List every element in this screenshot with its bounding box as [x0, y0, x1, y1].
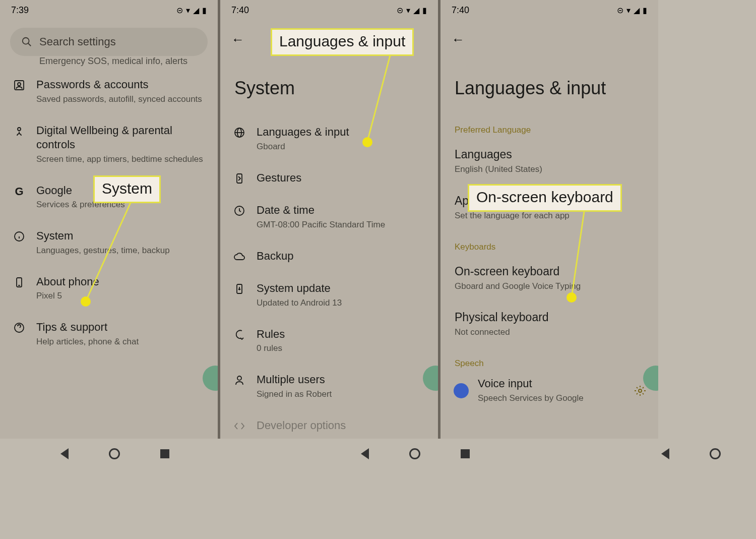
search-settings[interactable]: Search settings	[10, 28, 208, 56]
nav-back-icon[interactable]	[361, 448, 369, 459]
wifi-icon: ▾	[626, 6, 631, 15]
row-tips-support[interactable]: Tips & support Help articles, phone & ch…	[0, 311, 218, 357]
code-icon	[233, 420, 245, 432]
wifi-icon: ▾	[406, 6, 410, 15]
row-title: Multiple users	[257, 373, 426, 387]
signal-icon: ◢	[413, 6, 419, 15]
fab-button[interactable]	[203, 366, 218, 391]
cloud-icon	[233, 251, 245, 263]
dnd-icon: ⊝	[397, 6, 403, 15]
row-title: Gestures	[257, 171, 426, 186]
callout-marker	[81, 296, 91, 307]
row-subtitle: Updated to Android 13	[257, 297, 426, 309]
row-onscreen-keyboard[interactable]: On-screen keyboard Gboard and Google Voi…	[440, 255, 658, 302]
row-subtitle: 0 rules	[257, 343, 426, 354]
row-google[interactable]: G Google Services & preferences	[0, 174, 218, 220]
wellbeing-icon	[13, 125, 25, 137]
phone-icon	[13, 276, 25, 288]
nav-home-icon[interactable]	[409, 448, 420, 459]
section-keyboards: Keyboards	[440, 231, 658, 255]
nav-back-icon[interactable]	[60, 448, 69, 459]
dnd-icon: ⊝	[176, 6, 183, 15]
globe-icon	[233, 127, 245, 139]
row-title: Digital Wellbeing & parental controls	[36, 124, 206, 152]
row-title: Backup	[257, 249, 426, 264]
row-title: System update	[257, 281, 426, 296]
row-subtitle: English (United States)	[455, 164, 644, 175]
row-passwords-accounts[interactable]: Passwords & accounts Saved passwords, au…	[0, 69, 218, 114]
status-icons: ⊝ ▾ ◢ ▮	[397, 6, 427, 15]
row-app-languages[interactable]: App Languages Set the language for each …	[440, 185, 658, 231]
row-title: Google	[36, 184, 206, 198]
row-voice-input[interactable]: Voice input Speech Services by Google	[440, 372, 658, 404]
rules-icon	[233, 329, 245, 341]
nav-recent-icon[interactable]	[160, 449, 169, 458]
account-box-icon	[13, 79, 25, 91]
row-subtitle: Pixel 5	[36, 290, 206, 302]
person-icon	[233, 374, 245, 386]
battery-icon: ▮	[202, 6, 207, 15]
row-backup[interactable]: Backup	[220, 240, 438, 273]
row-digital-wellbeing[interactable]: Digital Wellbeing & parental controls Sc…	[0, 114, 218, 174]
back-button[interactable]: ←	[452, 32, 465, 47]
info-icon	[13, 230, 25, 243]
status-bar: 7:39 ⊝ ▾ ◢ ▮	[0, 0, 218, 19]
row-date-time[interactable]: Date & time GMT-08:00 Pacific Standard T…	[220, 194, 438, 240]
row-system-update[interactable]: System update Updated to Android 13	[220, 272, 438, 318]
panel-languages-input: 7:40 ⊝ ▾ ◢ ▮ ← Languages & input Preferr…	[440, 0, 658, 439]
row-rules[interactable]: Rules 0 rules	[220, 318, 438, 364]
battery-icon: ▮	[643, 6, 647, 15]
row-subtitle: Services & preferences	[36, 199, 206, 211]
row-title: System	[36, 229, 206, 244]
status-bar: 7:40 ⊝ ▾ ◢ ▮	[220, 0, 438, 19]
row-title: Rules	[257, 327, 426, 342]
svg-point-19	[237, 376, 241, 380]
row-subtitle: Languages, gestures, time, backup	[36, 245, 206, 257]
row-title: About phone	[36, 275, 206, 289]
back-button[interactable]: ←	[231, 32, 244, 47]
svg-point-21	[639, 389, 642, 392]
nav-home-icon[interactable]	[710, 448, 721, 459]
row-title: Languages & input	[257, 125, 426, 140]
row-title: Tips & support	[36, 320, 206, 335]
row-developer-options[interactable]: Developer options	[220, 409, 438, 439]
status-bar: 7:40 ⊝ ▾ ◢ ▮	[440, 0, 658, 19]
clock: 7:40	[231, 5, 249, 16]
clock: 7:40	[452, 5, 469, 16]
row-languages-input[interactable]: Languages & input Gboard	[220, 116, 438, 162]
gear-icon[interactable]	[634, 385, 646, 397]
row-multiple-users[interactable]: Multiple users Signed in as Robert	[220, 364, 438, 409]
row-physical-keyboard[interactable]: Physical keyboard Not connected	[440, 301, 658, 347]
callout-marker	[362, 137, 372, 147]
row-subtitle: Set the language for each app	[455, 210, 644, 222]
row-subtitle: Saved passwords, autofill, synced accoun…	[36, 94, 206, 105]
svg-point-3	[18, 83, 21, 86]
svg-line-1	[28, 43, 31, 46]
row-title: On-screen keyboard	[455, 264, 644, 279]
gestures-icon	[233, 172, 245, 185]
prev-item-subtitle: Emergency SOS, medical info, alerts	[0, 56, 218, 67]
help-icon	[13, 322, 25, 334]
svg-rect-16	[237, 174, 242, 183]
panel-settings: 7:39 ⊝ ▾ ◢ ▮ Search settings Emergency S…	[0, 0, 218, 439]
status-icons: ⊝ ▾ ◢ ▮	[617, 6, 647, 15]
row-subtitle: Help articles, phone & chat	[36, 336, 206, 348]
row-system[interactable]: System Languages, gestures, time, backup	[0, 220, 218, 266]
callout-marker	[566, 292, 577, 303]
row-languages[interactable]: Languages English (United States)	[440, 138, 658, 185]
row-title: Voice input	[478, 377, 648, 391]
nav-home-icon[interactable]	[109, 448, 120, 459]
row-title: Date & time	[257, 203, 426, 218]
row-subtitle: Not connected	[455, 327, 644, 338]
svg-point-4	[18, 128, 21, 131]
nav-back-icon[interactable]	[661, 448, 669, 459]
row-subtitle: Screen time, app timers, bedtime schedul…	[36, 154, 206, 165]
dnd-icon: ⊝	[617, 6, 623, 15]
search-icon	[21, 36, 32, 47]
battery-icon: ▮	[422, 6, 427, 15]
row-subtitle: Gboard	[257, 141, 426, 153]
row-gestures[interactable]: Gestures	[220, 162, 438, 195]
nav-recent-icon[interactable]	[461, 449, 470, 458]
row-title: Physical keyboard	[455, 310, 644, 325]
row-about-phone[interactable]: About phone Pixel 5	[0, 266, 218, 312]
